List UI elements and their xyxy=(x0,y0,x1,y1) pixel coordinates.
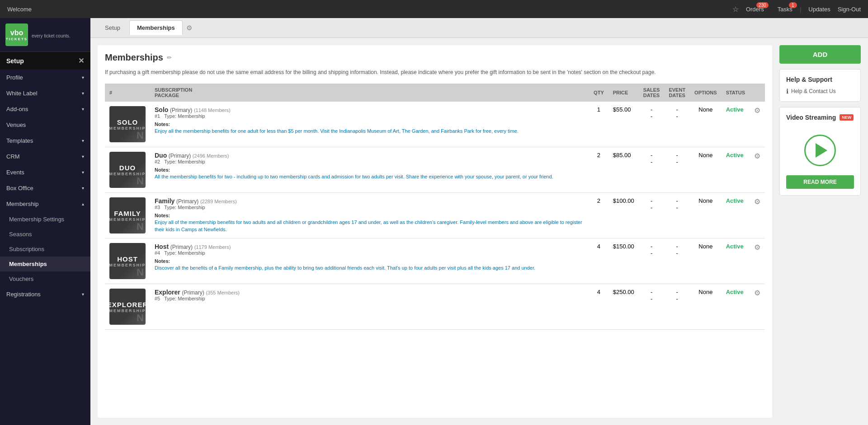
membership-package-cell: Family (Primary) (2289 Members) #3 Type:… xyxy=(150,193,589,238)
content-wrapper: Memberships ✏ If purchasing a gift membe… xyxy=(90,38,868,425)
membership-num-type: #3 Type: Membership xyxy=(155,205,585,210)
chevron-down-icon: ▾ xyxy=(82,170,84,175)
col-status: STATUS xyxy=(722,84,750,102)
thumb-corner: N xyxy=(137,130,144,141)
sidebar-item-venues[interactable]: Venues xyxy=(0,117,90,133)
options-gear-icon[interactable]: ⚙ xyxy=(754,152,760,160)
membership-actions[interactable]: ⚙ xyxy=(750,284,765,330)
membership-status: Active xyxy=(722,238,750,284)
tab-setup[interactable]: Setup xyxy=(98,21,127,35)
membership-event-dates: -- xyxy=(664,193,690,238)
play-triangle-icon xyxy=(816,143,827,158)
sidebar-item-membership[interactable]: Membership ▴ xyxy=(0,196,90,212)
tab-memberships[interactable]: Memberships xyxy=(129,20,183,35)
sidebar-item-seasons[interactable]: Seasons xyxy=(0,227,90,242)
membership-name: Solo (Primary) (1148 Members) xyxy=(155,106,585,113)
help-contact-link[interactable]: ℹ Help & Contact Us xyxy=(786,88,854,95)
chevron-down-icon: ▾ xyxy=(82,107,84,112)
membership-thumbnail-cell: SOLO MEMBERSHIP N xyxy=(105,102,150,147)
logo-tickets: TICKETS xyxy=(6,37,28,41)
right-sidebar: ADD Help & Support ℹ Help & Contact Us V… xyxy=(779,45,861,418)
signout-button[interactable]: Sign-Out xyxy=(838,6,861,13)
tasks-button[interactable]: Tasks 1 xyxy=(778,6,793,13)
membership-package-cell: Host (Primary) (1179 Members) #4 Type: M… xyxy=(150,238,589,284)
tab-bar: Setup Memberships ⚙ xyxy=(90,18,868,38)
support-card: Help & Support ℹ Help & Contact Us xyxy=(779,69,861,102)
sidebar-item-subscriptions[interactable]: Subscriptions xyxy=(0,242,90,257)
sidebar-item-events-label: Events xyxy=(6,169,24,176)
thumb-label: EXPLORER xyxy=(109,301,146,308)
table-row: FAMILY MEMBERSHIP N Family (Primary) (22… xyxy=(105,193,765,238)
membership-qty: 1 xyxy=(589,102,609,147)
close-setup-button[interactable]: ✕ xyxy=(78,56,84,65)
options-gear-icon[interactable]: ⚙ xyxy=(754,289,760,297)
membership-notes: Enjoy all of the membership benefits for… xyxy=(155,220,582,232)
membership-actions[interactable]: ⚙ xyxy=(750,147,765,193)
membership-options: None xyxy=(690,238,722,284)
thumb-label: SOLO xyxy=(117,118,138,126)
sidebar-item-profile-label: Profile xyxy=(6,74,23,81)
sidebar: vbo TICKETS every ticket counts. Setup ✕… xyxy=(0,18,90,425)
sidebar-item-memberships[interactable]: Memberships xyxy=(0,257,90,271)
membership-num-type: #2 Type: Membership xyxy=(155,159,585,164)
col-qty: QTY xyxy=(589,84,609,102)
sidebar-item-box-office-label: Box Office xyxy=(6,185,33,191)
membership-name: Explorer (Primary) (355 Members) xyxy=(155,289,585,296)
membership-num-type: #5 Type: Membership xyxy=(155,296,585,301)
sidebar-item-white-label[interactable]: White Label ▾ xyxy=(0,85,90,101)
membership-event-dates: -- xyxy=(664,284,690,330)
membership-thumbnail-cell: FAMILY MEMBERSHIP N xyxy=(105,193,150,238)
membership-thumbnail: EXPLORER MEMBERSHIP N xyxy=(109,289,146,325)
sidebar-item-vouchers[interactable]: Vouchers xyxy=(0,271,90,286)
thumb-corner: N xyxy=(137,266,144,278)
sidebar-item-crm[interactable]: CRM ▾ xyxy=(0,149,90,164)
membership-options: None xyxy=(690,193,722,238)
top-nav-right: ☆ Orders 230 Tasks 1 | Updates Sign-Out xyxy=(732,5,861,14)
col-price: PRICE xyxy=(609,84,639,102)
membership-actions[interactable]: ⚙ xyxy=(750,102,765,147)
top-navigation: Welcome ☆ Orders 230 Tasks 1 | Updates S… xyxy=(0,0,868,18)
membership-status: Active xyxy=(722,284,750,330)
membership-name: Family (Primary) (2289 Members) xyxy=(155,197,585,205)
membership-price: $85.00 xyxy=(609,147,639,193)
options-gear-icon[interactable]: ⚙ xyxy=(754,243,760,251)
read-more-button[interactable]: READ MORE xyxy=(786,175,854,189)
divider: | xyxy=(800,6,801,13)
membership-sales-dates: -- xyxy=(639,193,665,238)
tasks-badge: 1 xyxy=(789,2,797,8)
chevron-down-icon: ▾ xyxy=(82,138,84,143)
membership-options: None xyxy=(690,147,722,193)
play-button[interactable] xyxy=(804,135,836,166)
membership-event-dates: -- xyxy=(664,147,690,193)
status-badge: Active xyxy=(726,152,744,159)
sidebar-item-box-office[interactable]: Box Office ▾ xyxy=(0,180,90,196)
sidebar-item-add-ons[interactable]: Add-ons ▾ xyxy=(0,101,90,117)
col-sales-dates: SALESDATES xyxy=(639,84,665,102)
info-text: If purchasing a gift membership please d… xyxy=(105,68,765,76)
thumb-corner: N xyxy=(137,221,144,233)
add-button[interactable]: ADD xyxy=(779,45,861,64)
content-area: Setup Memberships ⚙ Memberships ✏ If pur… xyxy=(90,18,868,425)
membership-actions[interactable]: ⚙ xyxy=(750,193,765,238)
status-badge: Active xyxy=(726,289,744,295)
support-title: Help & Support xyxy=(786,76,854,83)
membership-actions[interactable]: ⚙ xyxy=(750,238,765,284)
setup-header: Setup ✕ xyxy=(0,52,90,70)
star-icon[interactable]: ☆ xyxy=(732,5,739,14)
table-row: SOLO MEMBERSHIP N Solo (Primary) (1148 M… xyxy=(105,102,765,147)
sidebar-item-events[interactable]: Events ▾ xyxy=(0,164,90,180)
sidebar-item-registrations[interactable]: Registrations ▾ xyxy=(0,286,90,302)
sidebar-item-membership-settings[interactable]: Membership Settings xyxy=(0,212,90,227)
tab-settings-gear-icon[interactable]: ⚙ xyxy=(186,24,192,32)
membership-price: $55.00 xyxy=(609,102,639,147)
sidebar-item-templates[interactable]: Templates ▾ xyxy=(0,133,90,149)
main-layout: vbo TICKETS every ticket counts. Setup ✕… xyxy=(0,18,868,425)
orders-button[interactable]: Orders 230 xyxy=(746,6,764,13)
membership-notes: All the membership benefits for two - in… xyxy=(155,174,553,179)
options-gear-icon[interactable]: ⚙ xyxy=(754,198,760,205)
sidebar-item-profile[interactable]: Profile ▾ xyxy=(0,70,90,85)
welcome-text: Welcome xyxy=(7,6,732,13)
edit-icon[interactable]: ✏ xyxy=(167,54,172,61)
updates-button[interactable]: Updates xyxy=(808,6,830,13)
options-gear-icon[interactable]: ⚙ xyxy=(754,107,760,114)
